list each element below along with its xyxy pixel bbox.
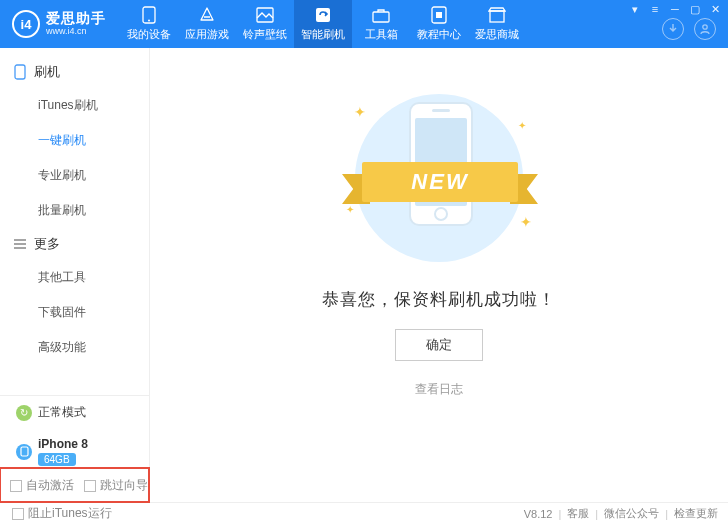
svg-rect-4	[373, 12, 389, 22]
sidebar-item-advanced[interactable]: 高级功能	[0, 330, 149, 365]
maximize-icon[interactable]: ▢	[688, 2, 702, 16]
version-label: V8.12	[524, 508, 553, 520]
svg-rect-3	[316, 8, 330, 22]
svg-rect-9	[15, 65, 25, 79]
help-icon	[429, 6, 449, 24]
tab-store[interactable]: 爱思商城	[468, 0, 526, 48]
sidebar-group-flash[interactable]: 刷机	[0, 56, 149, 88]
menu-icon[interactable]: ≡	[648, 2, 662, 16]
block-itunes-checkbox[interactable]: 阻止iTunes运行	[12, 505, 112, 522]
tab-device[interactable]: 我的设备	[120, 0, 178, 48]
toolbox-icon	[371, 6, 391, 24]
sidebar-item-oneclick-flash[interactable]: 一键刷机	[0, 123, 149, 158]
app-url: www.i4.cn	[46, 27, 106, 37]
main-panel: ✦ ✦ ✦ ✦ NEW 恭喜您，保资料刷机成功啦！ 确定 查看日志	[150, 48, 728, 502]
appstore-icon	[197, 6, 217, 24]
tab-flash[interactable]: 智能刷机	[294, 0, 352, 48]
sidebar-item-itunes-flash[interactable]: iTunes刷机	[0, 88, 149, 123]
success-message: 恭喜您，保资料刷机成功啦！	[322, 288, 556, 311]
sidebar-item-other-tools[interactable]: 其他工具	[0, 260, 149, 295]
svg-point-1	[148, 20, 150, 22]
mode-status[interactable]: ↻ 正常模式	[0, 396, 149, 429]
phone-outline-icon	[12, 64, 28, 80]
close-icon[interactable]: ✕	[708, 2, 722, 16]
list-icon	[12, 238, 28, 250]
sidebar-group-more[interactable]: 更多	[0, 228, 149, 260]
view-log-link[interactable]: 查看日志	[415, 381, 463, 398]
window-controls: ▾ ≡ ─ ▢ ✕	[628, 2, 722, 16]
logo-icon: i4	[12, 10, 40, 38]
tab-apps[interactable]: 应用游戏	[178, 0, 236, 48]
refresh-icon: ↻	[16, 405, 32, 421]
tab-help[interactable]: 教程中心	[410, 0, 468, 48]
flash-icon	[313, 6, 333, 24]
success-illustration: ✦ ✦ ✦ ✦ NEW	[324, 94, 554, 264]
sidebar-item-download-firmware[interactable]: 下载固件	[0, 295, 149, 330]
app-logo: i4 爱思助手 www.i4.cn	[0, 10, 116, 38]
status-bar: 阻止iTunes运行 V8.12 | 客服 | 微信公众号 | 检查更新	[0, 502, 728, 524]
tshirt-icon[interactable]: ▾	[628, 2, 642, 16]
download-icon[interactable]	[662, 18, 684, 40]
minimize-icon[interactable]: ─	[668, 2, 682, 16]
svg-point-8	[703, 25, 707, 29]
sidebar-item-pro-flash[interactable]: 专业刷机	[0, 158, 149, 193]
user-icon[interactable]	[694, 18, 716, 40]
new-ribbon: NEW	[362, 162, 518, 202]
auto-activate-checkbox[interactable]: 自动激活	[10, 477, 74, 494]
wechat-link[interactable]: 微信公众号	[604, 506, 659, 521]
device-row[interactable]: iPhone 8 64GB	[0, 429, 149, 468]
title-bar: i4 爱思助手 www.i4.cn 我的设备 应用游戏 铃声壁纸 智能刷机 工具…	[0, 0, 728, 48]
storage-badge: 64GB	[38, 453, 76, 466]
service-link[interactable]: 客服	[567, 506, 589, 521]
tab-ringtone[interactable]: 铃声壁纸	[236, 0, 294, 48]
wallpaper-icon	[255, 6, 275, 24]
device-name: iPhone 8	[38, 437, 88, 451]
sidebar-item-batch-flash[interactable]: 批量刷机	[0, 193, 149, 228]
top-tabs: 我的设备 应用游戏 铃声壁纸 智能刷机 工具箱 教程中心 爱思商城	[120, 0, 526, 48]
update-link[interactable]: 检查更新	[674, 506, 718, 521]
ok-button[interactable]: 确定	[395, 329, 483, 361]
sidebar: 刷机 iTunes刷机 一键刷机 专业刷机 批量刷机 更多 其他工具 下载固件 …	[0, 48, 150, 502]
flash-options: 自动激活 跳过向导	[0, 468, 149, 502]
phone-icon	[139, 6, 159, 24]
account-controls	[662, 18, 716, 40]
svg-rect-6	[436, 12, 442, 18]
device-icon	[16, 444, 32, 460]
skip-guide-checkbox[interactable]: 跳过向导	[84, 477, 148, 494]
app-name: 爱思助手	[46, 11, 106, 26]
svg-rect-10	[21, 447, 28, 456]
svg-rect-7	[490, 11, 504, 22]
tab-toolbox[interactable]: 工具箱	[352, 0, 410, 48]
store-icon	[487, 6, 507, 24]
